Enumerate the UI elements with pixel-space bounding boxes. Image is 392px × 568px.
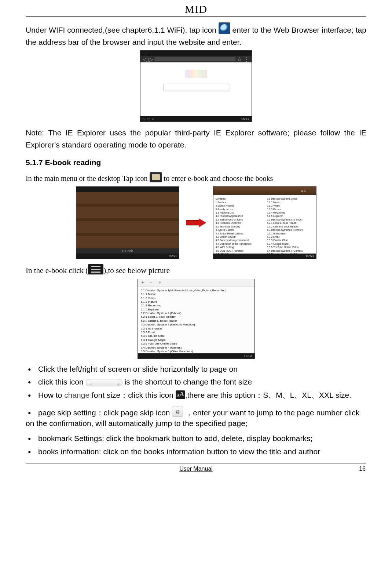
ebook-menu-before: In the e-book click ( [26, 266, 88, 275]
ebook-menu-line: In the e-book click (),to see below pict… [26, 264, 366, 277]
ebook-shelf-screenshot: E-Book 15:53 [76, 186, 179, 259]
browser-globe-icon [219, 22, 230, 34]
bullet-page-turn: Click the left/right of screen or slide … [26, 363, 366, 376]
ebook-intro-before: In the main menu or the desktop Tap icon [26, 174, 150, 182]
instruction-bullets-2: bookmark Settings: click the bookmark bu… [26, 432, 366, 458]
zoom-pill-icon [86, 379, 122, 386]
bullet-book-info: books information: click on the books in… [26, 445, 366, 458]
intro-before: Under WIFI connected,(see chapter6.1.1 W… [26, 26, 216, 34]
font-size-icon: AA [176, 390, 185, 399]
ebook-contents-screenshot: ✦−+ 5.1 Desktop System 1(Multimedia Musi… [138, 279, 255, 359]
bullet-page-skip-cont: on the confirmation, will automatically … [26, 418, 366, 430]
page-header-title: MID [26, 3, 366, 15]
ebook-menu-icon [88, 264, 103, 274]
page-footer: User Manual 16 [26, 466, 366, 472]
red-arrow-icon [186, 219, 206, 227]
ebook-app-icon [150, 172, 162, 182]
bullet-change-font: How to change font size：click this icon … [26, 389, 366, 402]
page-skip-icon: ⧉ [172, 407, 183, 417]
browser-screenshot: ⋮⋮ ◁▷☆⋮ ◺◻⌂15:47 [140, 50, 252, 122]
header-rule [26, 16, 366, 17]
intro-note: Note: The IE Explorer uses the popular t… [26, 127, 366, 151]
footer-page-number: 16 [344, 466, 366, 472]
ebook-intro-after: to enter e-book and choose the books [164, 174, 273, 182]
ebook-intro-line: In the main menu or the desktop Tap icon… [26, 172, 366, 184]
bullet-bookmark: bookmark Settings: click the bookmark bu… [26, 432, 366, 445]
toc-menu-icon: ☰ [310, 189, 313, 193]
bullet-page-skip: page skip setting：click page skip icon ⧉… [26, 406, 366, 419]
toc-font-size-icon: AA [301, 189, 306, 193]
footer-label: User Manual [48, 466, 344, 472]
ebook-toc-screenshot: AA ☰ Contents1.Preface2.Safety Notices3.… [213, 186, 316, 259]
ebook-menu-after: ),to see below picture [103, 266, 170, 275]
footer-rule [26, 463, 366, 463]
section-heading-517: 5.1.7 E-book reading [26, 158, 366, 167]
bullet-font-shortcut: click this icon is the shortcut to chang… [26, 375, 366, 389]
change-word: change [64, 391, 89, 399]
instruction-bullets: Click the left/right of screen or slide … [26, 363, 366, 419]
ebook-figure-row: E-Book 15:53 AA ☰ Contents1.Preface2.Saf… [26, 186, 366, 259]
intro-paragraph: Under WIFI connected,(see chapter6.1.1 W… [26, 22, 366, 48]
